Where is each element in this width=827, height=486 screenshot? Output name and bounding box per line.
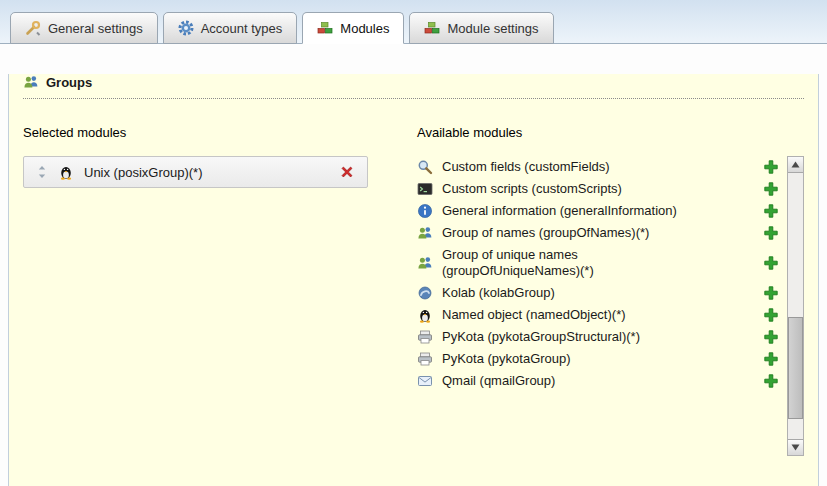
- script-icon: [417, 181, 433, 197]
- tab-account-types[interactable]: Account types: [163, 12, 298, 44]
- arrow-up-icon: [791, 161, 800, 168]
- module-label: PyKota (pykotaGroupStructural)(*): [442, 329, 702, 345]
- available-module-item: Named object (namedObject)(*): [417, 304, 779, 326]
- plus-icon: [763, 225, 779, 241]
- scroll-thumb[interactable]: [788, 317, 803, 419]
- scroll-down-button[interactable]: [788, 439, 803, 455]
- tab-module-settings[interactable]: Module settings: [409, 12, 553, 44]
- module-label: Unix (posixGroup)(*): [84, 165, 329, 180]
- printer-icon: [417, 329, 433, 345]
- drag-handle[interactable]: [36, 165, 48, 179]
- add-module-button[interactable]: [763, 329, 779, 345]
- group-icon: [417, 225, 433, 241]
- arrow-down-icon: [791, 444, 800, 451]
- module-label: Custom scripts (customScripts): [442, 181, 702, 197]
- plus-icon: [763, 285, 779, 301]
- plus-icon: [763, 373, 779, 389]
- available-module-item: Custom fields (customFields): [417, 156, 779, 178]
- scrollbar[interactable]: [787, 156, 804, 456]
- available-module-item: Group of names (groupOfNames)(*): [417, 222, 779, 244]
- printer-icon: [417, 351, 433, 367]
- tab-label: General settings: [48, 21, 143, 36]
- tab-label: Account types: [201, 21, 283, 36]
- group-icon: [23, 74, 39, 90]
- tab-bar: General settings Account types Modules M…: [0, 0, 827, 44]
- available-module-item: PyKota (pykotaGroup): [417, 348, 779, 370]
- selected-modules-column: Selected modules Unix (posixGroup)(*): [23, 125, 395, 456]
- tools-icon: [25, 20, 41, 36]
- gear-icon: [178, 20, 194, 36]
- section-header: Groups: [23, 74, 804, 99]
- magnifier-icon: [417, 159, 433, 175]
- available-module-item: Kolab (kolabGroup): [417, 282, 779, 304]
- selected-modules-heading: Selected modules: [23, 125, 395, 140]
- add-module-button[interactable]: [763, 351, 779, 367]
- up-down-arrows-icon: [36, 165, 48, 179]
- kolab-icon: [417, 285, 433, 301]
- add-module-button[interactable]: [763, 285, 779, 301]
- delete-x-icon: [339, 164, 355, 180]
- available-modules-list: Custom fields (customFields) Custom scri…: [417, 156, 779, 392]
- modules-icon: [424, 20, 440, 36]
- available-module-item: Qmail (qmailGroup): [417, 370, 779, 392]
- group-icon: [417, 255, 433, 271]
- content-panel: Groups Selected modules Unix (posixGroup…: [8, 74, 819, 486]
- available-module-item: General information (generalInformation): [417, 200, 779, 222]
- tux-icon: [58, 164, 74, 180]
- add-module-button[interactable]: [763, 255, 779, 271]
- module-label: Kolab (kolabGroup): [442, 285, 702, 301]
- remove-module-button[interactable]: [339, 164, 355, 180]
- module-label: Group of unique names (groupOfUniqueName…: [442, 247, 702, 279]
- selected-module-item[interactable]: Unix (posixGroup)(*): [23, 156, 368, 188]
- add-module-button[interactable]: [763, 307, 779, 323]
- available-module-item: Custom scripts (customScripts): [417, 178, 779, 200]
- tab-label: Modules: [340, 21, 389, 36]
- modules-icon: [317, 20, 333, 36]
- tab-modules[interactable]: Modules: [302, 12, 404, 44]
- add-module-button[interactable]: [763, 203, 779, 219]
- module-label: General information (generalInformation): [442, 203, 702, 219]
- module-label: Custom fields (customFields): [442, 159, 702, 175]
- module-label: Named object (namedObject)(*): [442, 307, 702, 323]
- selected-modules-list: Unix (posixGroup)(*): [23, 156, 395, 188]
- tab-label: Module settings: [447, 21, 538, 36]
- available-modules-heading: Available modules: [417, 125, 804, 140]
- module-label: Group of names (groupOfNames)(*): [442, 225, 702, 241]
- plus-icon: [763, 203, 779, 219]
- available-modules-column: Available modules Custom fields (customF…: [395, 125, 804, 456]
- available-modules-wrap: Custom fields (customFields) Custom scri…: [417, 156, 804, 456]
- tab-general-settings[interactable]: General settings: [10, 12, 158, 44]
- plus-icon: [763, 307, 779, 323]
- available-module-item: Group of unique names (groupOfUniqueName…: [417, 244, 779, 282]
- module-columns: Selected modules Unix (posixGroup)(*): [23, 125, 804, 456]
- plus-icon: [763, 159, 779, 175]
- plus-icon: [763, 181, 779, 197]
- add-module-button[interactable]: [763, 181, 779, 197]
- tux-icon: [417, 307, 433, 323]
- info-icon: [417, 203, 433, 219]
- mail-icon: [417, 373, 433, 389]
- add-module-button[interactable]: [763, 225, 779, 241]
- module-label: Qmail (qmailGroup): [442, 373, 702, 389]
- scroll-up-button[interactable]: [788, 157, 803, 173]
- module-label: PyKota (pykotaGroup): [442, 351, 702, 367]
- page-title: Groups: [46, 75, 92, 90]
- available-module-item: PyKota (pykotaGroupStructural)(*): [417, 326, 779, 348]
- plus-icon: [763, 255, 779, 271]
- plus-icon: [763, 329, 779, 345]
- add-module-button[interactable]: [763, 373, 779, 389]
- plus-icon: [763, 351, 779, 367]
- add-module-button[interactable]: [763, 159, 779, 175]
